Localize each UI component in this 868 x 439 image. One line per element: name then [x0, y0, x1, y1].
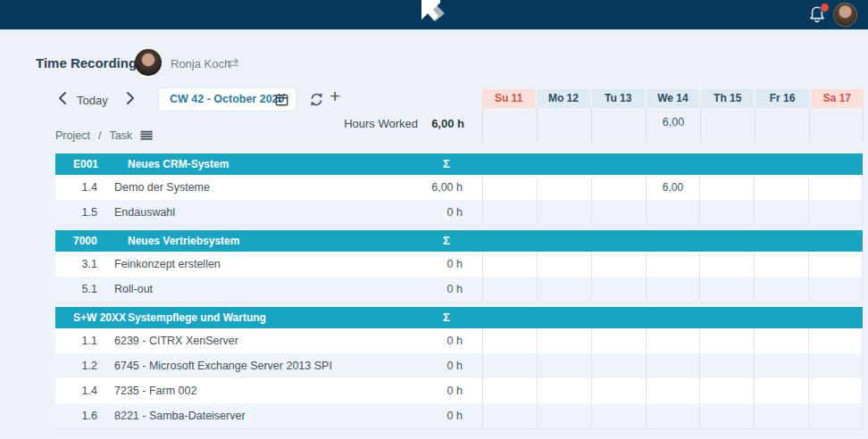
- time-entry-cell[interactable]: [646, 403, 700, 428]
- time-entry-cell[interactable]: [808, 328, 863, 353]
- time-entry-cell[interactable]: [808, 378, 863, 403]
- today-button[interactable]: Today: [77, 94, 108, 107]
- time-entry-cell[interactable]: [808, 277, 863, 302]
- user-avatar[interactable]: [135, 49, 162, 76]
- time-entry-cell[interactable]: [699, 328, 754, 353]
- time-entry-cell[interactable]: [646, 200, 700, 225]
- previous-week-button[interactable]: [58, 91, 67, 105]
- task-row[interactable]: 3.1 Feinkonzept erstellen 0 h: [55, 252, 863, 277]
- time-entry-cell[interactable]: [591, 378, 646, 403]
- task-row[interactable]: 1.4 Demo der Systeme 6,00 h 6,00: [55, 175, 863, 200]
- time-entry-cell[interactable]: [591, 328, 646, 353]
- task-sum: 6,00 h: [413, 175, 463, 200]
- day-header-cell: Su 11: [482, 89, 535, 108]
- time-entry-cell[interactable]: [699, 353, 754, 378]
- time-entry-cell[interactable]: [591, 200, 646, 225]
- time-entry-cell[interactable]: [646, 378, 700, 403]
- time-entry-cell[interactable]: [808, 252, 863, 277]
- time-entry-cell[interactable]: [754, 403, 808, 428]
- time-entry-cell[interactable]: [482, 200, 537, 225]
- day-header-cell: Mo 12: [537, 89, 589, 108]
- time-entry-cell[interactable]: [808, 200, 863, 225]
- time-entry-cell[interactable]: [537, 200, 591, 225]
- user-name: Ronja Koch: [171, 57, 230, 70]
- time-entry-cell[interactable]: [754, 200, 808, 225]
- task-day-cells: 6,00: [482, 175, 863, 200]
- time-entry-cell[interactable]: [699, 277, 754, 302]
- group-code: S+W 20XX: [73, 307, 126, 328]
- time-entry-cell[interactable]: 6,00: [646, 175, 700, 200]
- time-entry-cell[interactable]: [754, 175, 808, 200]
- hours-day-cell: 6,00: [646, 108, 700, 142]
- task-day-cells: [482, 252, 863, 277]
- time-entry-cell[interactable]: [754, 252, 808, 277]
- time-entry-cell[interactable]: [591, 353, 646, 378]
- time-entry-cell[interactable]: [699, 175, 754, 200]
- time-entry-cell[interactable]: [591, 277, 646, 302]
- task-column-label: Task: [109, 129, 132, 142]
- task-row[interactable]: 1.5 Endauswahl 0 h: [55, 200, 863, 225]
- time-entry-cell[interactable]: [482, 277, 537, 302]
- time-entry-cell[interactable]: [537, 277, 591, 302]
- time-entry-cell[interactable]: [646, 353, 700, 378]
- time-entry-cell[interactable]: [482, 378, 537, 403]
- time-entry-cell[interactable]: [646, 252, 700, 277]
- task-row[interactable]: 1.2 6745 - Microsoft Exchange Server 201…: [55, 353, 863, 378]
- time-entry-cell[interactable]: [754, 328, 808, 353]
- time-entry-cell[interactable]: [537, 378, 591, 403]
- task-sum: 0 h: [413, 277, 463, 302]
- time-entry-cell[interactable]: [754, 378, 808, 403]
- task-sum: 0 h: [413, 200, 463, 225]
- mouse-cursor: [416, 0, 452, 27]
- time-entry-cell[interactable]: [646, 277, 700, 302]
- time-entry-cell[interactable]: [699, 378, 754, 403]
- next-week-button[interactable]: [126, 91, 135, 105]
- add-entry-button[interactable]: +: [330, 86, 340, 107]
- time-entry-cell[interactable]: [482, 403, 537, 428]
- time-entry-cell[interactable]: [591, 175, 646, 200]
- time-entry-cell[interactable]: [808, 353, 863, 378]
- time-entry-cell[interactable]: [482, 328, 537, 353]
- project-column-label: Project: [55, 129, 90, 142]
- time-entry-cell[interactable]: [537, 403, 591, 428]
- profile-avatar[interactable]: [833, 3, 857, 27]
- time-entry-cell[interactable]: [754, 277, 808, 302]
- task-number: 1.4: [73, 175, 97, 200]
- time-entry-cell[interactable]: [808, 403, 863, 428]
- task-sum: 0 h: [413, 353, 463, 378]
- time-entry-cell[interactable]: [699, 403, 754, 428]
- project-group-header[interactable]: E001 Neues CRM-System Σ: [55, 153, 863, 175]
- task-row[interactable]: 1.4 7235 - Farm 002 0 h: [55, 378, 863, 403]
- task-day-cells: [482, 200, 863, 225]
- project-group-header[interactable]: 7000 Neues Vertriebsystem Σ: [55, 230, 863, 252]
- notifications-bell-button[interactable]: [805, 4, 829, 27]
- time-entry-cell[interactable]: [537, 252, 591, 277]
- time-entry-cell[interactable]: [699, 252, 754, 277]
- reorder-icon[interactable]: [140, 130, 154, 141]
- task-row[interactable]: 5.1 Roll-out 0 h: [55, 277, 863, 302]
- time-entry-cell[interactable]: [537, 328, 591, 353]
- project-group-header[interactable]: S+W 20XX Systempflege und Wartung Σ: [55, 307, 863, 328]
- day-header-cell: Th 15: [701, 89, 754, 108]
- task-day-cells: [482, 328, 863, 353]
- task-row[interactable]: 1.6 8221 - Samba-Dateiserver 0 h: [55, 403, 863, 428]
- task-row[interactable]: 1.1 6239 - CITRX XenServer 0 h: [55, 328, 863, 353]
- week-period-select[interactable]: CW 42 - October 2020: [159, 88, 296, 111]
- time-entry-cell[interactable]: [646, 328, 700, 353]
- time-entry-cell[interactable]: [754, 353, 808, 378]
- time-entry-cell[interactable]: [591, 252, 646, 277]
- time-entry-cell[interactable]: [537, 353, 591, 378]
- time-entry-cell[interactable]: [808, 175, 863, 200]
- time-entry-cell[interactable]: [482, 175, 537, 200]
- group-code: E001: [73, 153, 98, 175]
- time-entry-cell[interactable]: [537, 175, 591, 200]
- time-entry-cell[interactable]: [699, 200, 754, 225]
- top-navigation-bar: [0, 0, 868, 29]
- time-entry-cell[interactable]: [482, 252, 537, 277]
- calendar-icon[interactable]: [275, 93, 288, 106]
- refresh-icon[interactable]: [309, 92, 324, 107]
- switch-user-icon[interactable]: ⇄: [227, 54, 238, 71]
- task-number: 1.5: [73, 200, 97, 225]
- time-entry-cell[interactable]: [482, 353, 537, 378]
- time-entry-cell[interactable]: [591, 403, 646, 428]
